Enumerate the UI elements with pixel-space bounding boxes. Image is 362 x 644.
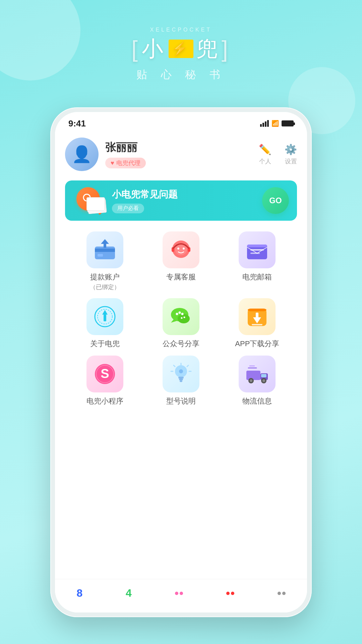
svg-rect-3 — [95, 249, 115, 252]
menu-item-mailbox[interactable]: 电兜邮箱 — [221, 231, 294, 291]
menu-item-logistics[interactable]: 物流信息 — [221, 356, 294, 406]
banner-subtitle-wrap: 用户必看 — [112, 204, 144, 213]
svg-rect-48 — [261, 374, 266, 377]
brand-char-1: 小 — [142, 34, 166, 63]
settings-label: 设置 — [285, 157, 297, 165]
banner-text: 小电兜常见问题 用户必看 — [112, 188, 262, 213]
svg-line-41 — [174, 365, 175, 367]
svg-point-52 — [262, 379, 265, 382]
nav-dot-4a — [226, 592, 230, 595]
svg-marker-19 — [102, 310, 108, 315]
settings-action[interactable]: ⚙️ 设置 — [285, 144, 297, 165]
svg-point-27 — [183, 317, 185, 318]
appshare-icon-wrap — [239, 298, 276, 335]
paper-stack — [86, 197, 107, 214]
nav-item-4[interactable] — [226, 592, 234, 595]
status-time: 9:41 — [68, 118, 86, 129]
bottom-nav: 8 4 — [55, 579, 307, 612]
personal-action[interactable]: ✏️ 个人 — [259, 144, 271, 165]
nav-item-3[interactable] — [175, 592, 183, 595]
xelec-label: XELECPOCKET — [0, 27, 362, 33]
svg-rect-38 — [179, 379, 183, 380]
appshare-label: APP下载分享 — [235, 339, 279, 349]
bracket-left: [ — [131, 36, 140, 62]
svg-rect-39 — [180, 380, 182, 382]
appshare-icon — [244, 303, 270, 330]
service-icon — [168, 236, 194, 263]
banner-title: 小电兜常见问题 — [112, 188, 262, 201]
mailbox-icon — [244, 236, 270, 263]
settings-icon: ⚙️ — [285, 144, 297, 155]
nav-item-1[interactable]: 8 — [76, 587, 82, 599]
logistics-label: 物流信息 — [242, 396, 272, 406]
personal-label: 个人 — [259, 157, 271, 165]
svg-text:S: S — [101, 367, 109, 381]
banner-go-button[interactable]: GO — [262, 187, 289, 214]
nav-badge-1: 8 — [76, 587, 82, 599]
paper-3 — [86, 197, 105, 211]
brand-char-2: 兜 — [196, 34, 220, 63]
signal-bar-3 — [265, 121, 266, 127]
lightning-icon: ⚡ — [169, 40, 193, 58]
model-icon-wrap — [163, 356, 199, 392]
nav-dots-3 — [175, 592, 183, 595]
share-icon — [168, 303, 194, 330]
menu-item-model[interactable]: 型号说明 — [144, 356, 217, 406]
about-icon-wrap — [86, 298, 123, 335]
profile-name: 张丽丽 — [105, 140, 259, 155]
menu-item-withdraw[interactable]: 提款账户（已绑定） — [68, 231, 141, 291]
withdraw-icon — [92, 236, 118, 263]
svg-point-26 — [181, 317, 182, 319]
nav-item-5[interactable] — [278, 592, 286, 595]
profile-actions: ✏️ 个人 ⚙️ 设置 — [259, 144, 297, 165]
profile-section: 👤 张丽丽 ♥ 电兜代理 ✏️ 个人 ⚙️ 设置 — [65, 138, 297, 171]
service-icon-wrap — [163, 231, 199, 268]
svg-point-22 — [178, 314, 190, 323]
svg-rect-31 — [256, 313, 258, 319]
status-icons: 📶 — [260, 120, 294, 127]
subtitle: 贴 心 秘 书 — [0, 67, 362, 82]
svg-rect-6 — [104, 244, 106, 248]
app-content[interactable]: 👤 张丽丽 ♥ 电兜代理 ✏️ 个人 ⚙️ 设置 — [55, 131, 307, 612]
badge-text: 电兜代理 — [116, 159, 140, 167]
phone-mockup: 9:41 📶 👤 张丽丽 — [50, 107, 312, 617]
svg-point-45 — [179, 369, 183, 373]
nav-badge-2: 4 — [126, 587, 132, 599]
signal-bar-4 — [267, 120, 269, 127]
menu-item-about[interactable]: 关于电兜 — [68, 298, 141, 349]
about-label: 关于电兜 — [90, 339, 120, 349]
nav-dot-3b — [180, 592, 183, 595]
service-label: 专属客服 — [166, 272, 196, 282]
profile-info: 张丽丽 ♥ 电兜代理 — [105, 140, 259, 168]
svg-rect-2 — [95, 247, 115, 259]
menu-item-appshare[interactable]: APP下载分享 — [221, 298, 294, 349]
withdraw-label: 提款账户（已绑定） — [90, 272, 120, 291]
nav-dot-3a — [175, 592, 178, 595]
nav-dots-4 — [226, 592, 234, 595]
svg-rect-14 — [247, 245, 267, 247]
menu-grid: 提款账户（已绑定） — [65, 231, 297, 406]
banner-subtitle-text: 用户必看 — [117, 205, 139, 211]
svg-point-50 — [250, 379, 252, 382]
logistics-icon — [244, 361, 270, 387]
svg-rect-20 — [104, 315, 106, 321]
menu-item-service[interactable]: 专属客服 — [144, 231, 217, 291]
brand-title: [ 小 ⚡ 兜 ] — [0, 34, 362, 63]
svg-rect-37 — [178, 377, 184, 379]
menu-item-miniapp[interactable]: S 电兜小程序 — [68, 356, 141, 406]
menu-item-share[interactable]: 公众号分享 — [144, 298, 217, 349]
svg-point-9 — [177, 248, 179, 250]
profile-badge: ♥ 电兜代理 — [105, 158, 146, 168]
battery-icon — [282, 120, 294, 126]
nav-dot-5b — [282, 592, 286, 595]
signal-bars-icon — [260, 120, 269, 127]
svg-point-23 — [176, 313, 178, 315]
nav-dot-5a — [278, 592, 281, 595]
faq-banner[interactable]: 小电兜常见问题 用户必看 GO — [65, 180, 297, 221]
nav-dot-4b — [231, 592, 234, 595]
banner-go-label: GO — [269, 196, 282, 205]
nav-item-2[interactable]: 4 — [126, 587, 132, 599]
bracket-right: ] — [222, 36, 231, 62]
model-label: 型号说明 — [166, 396, 196, 406]
svg-line-42 — [187, 365, 188, 367]
